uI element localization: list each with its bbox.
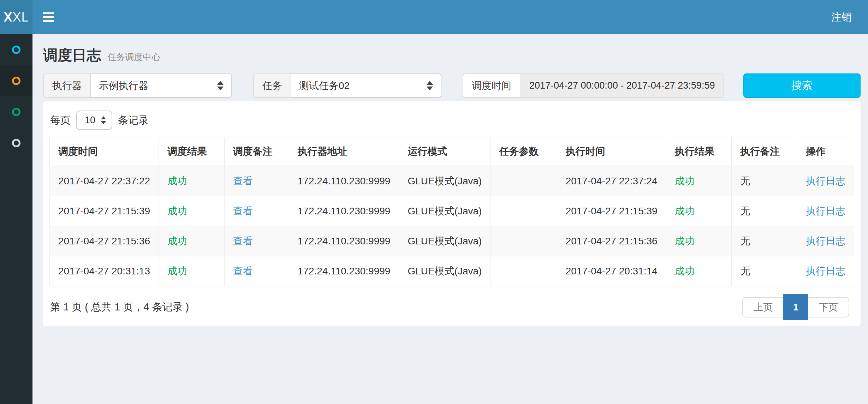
select-arrows-icon <box>217 81 224 90</box>
pagination-row: 第 1 页 ( 总共 1 页，4 条记录 ) 上页 1 下页 <box>49 297 854 317</box>
executor-select[interactable]: 示例执行器 <box>90 73 232 98</box>
cell-exec-remark: 无 <box>732 256 797 286</box>
sidebar-item-menu-3[interactable] <box>0 96 32 127</box>
cell-dispatch-remark: 查看 <box>224 196 289 226</box>
table-row: 2017-04-27 21:15:36 成功 查看 172.24.110.230… <box>50 226 854 256</box>
cell-dispatch-time: 2017-04-27 21:15:36 <box>50 226 159 256</box>
column-header: 操作 <box>797 137 854 166</box>
cell-dispatch-result: 成功 <box>159 166 225 196</box>
circle-outline-icon <box>12 46 20 54</box>
cell-job-param <box>491 196 557 226</box>
cell-exec-result: 成功 <box>666 196 732 226</box>
job-filter-label: 任务 <box>253 73 291 98</box>
log-table: 调度时间调度结果调度备注执行器地址运行模式任务参数执行时间执行结果执行备注操作 … <box>49 137 854 286</box>
job-filter-group: 任务 测试任务02 <box>253 73 441 98</box>
cell-exec-result: 成功 <box>666 226 732 256</box>
column-header: 执行时间 <box>557 137 666 166</box>
column-header: 执行器地址 <box>289 137 399 166</box>
app-logo-text: X <box>4 10 12 25</box>
app-logo[interactable]: XXL <box>0 0 32 34</box>
table-row: 2017-04-27 21:15:39 成功 查看 172.24.110.230… <box>50 196 854 226</box>
cell-run-mode: GLUE模式(Java) <box>399 256 491 286</box>
top-navbar: XXL 注销 <box>0 0 868 34</box>
cell-dispatch-result: 成功 <box>159 226 225 256</box>
column-header: 调度时间 <box>50 137 159 166</box>
sidebar-item-menu-2[interactable] <box>0 65 32 96</box>
sidebar-item-menu-4[interactable] <box>0 127 32 159</box>
cell-dispatch-result: 成功 <box>159 256 225 286</box>
exec-log-link[interactable]: 执行日志 <box>806 176 845 186</box>
executor-filter-label: 执行器 <box>43 73 90 98</box>
circle-outline-icon <box>12 77 20 85</box>
cell-exec-result: 成功 <box>666 256 732 286</box>
cell-dispatch-remark: 查看 <box>224 166 289 196</box>
select-arrows-icon <box>427 81 433 90</box>
pager: 上页 1 下页 <box>742 297 849 317</box>
column-header: 调度备注 <box>224 137 289 166</box>
cell-executor-address: 172.24.110.230:9999 <box>289 196 399 226</box>
executor-filter-group: 执行器 示例执行器 <box>43 73 232 98</box>
cell-action: 执行日志 <box>797 166 854 196</box>
view-remark-link[interactable]: 查看 <box>233 266 253 277</box>
view-remark-link[interactable]: 查看 <box>233 236 253 246</box>
exec-log-link[interactable]: 执行日志 <box>806 206 845 216</box>
column-header: 执行结果 <box>666 137 732 166</box>
column-header: 运行模式 <box>399 137 491 166</box>
page-title: 调度日志 <box>43 47 101 63</box>
log-panel: 每页 10 条记录 调度时间调度结果调度备注执行器地址运行模式任务参数执行时间执… <box>43 101 861 326</box>
log-table-body: 2017-04-27 22:37:22 成功 查看 172.24.110.230… <box>50 166 854 286</box>
sidebar-item-menu-1[interactable] <box>0 34 32 65</box>
job-select[interactable]: 测试任务02 <box>291 73 441 98</box>
page-size-suffix: 条记录 <box>118 113 149 127</box>
cell-action: 执行日志 <box>797 256 854 286</box>
select-arrows-icon <box>101 116 106 124</box>
column-header: 执行备注 <box>732 137 797 166</box>
cell-job-param <box>491 166 557 196</box>
time-filter-group: 调度时间 2017-04-27 00:00:00 - 2017-04-27 23… <box>463 73 724 98</box>
cell-executor-address: 172.24.110.230:9999 <box>289 256 399 286</box>
circle-outline-icon <box>12 139 20 147</box>
cell-dispatch-time: 2017-04-27 20:31:13 <box>50 256 159 286</box>
table-header-row: 调度时间调度结果调度备注执行器地址运行模式任务参数执行时间执行结果执行备注操作 <box>50 137 854 166</box>
prev-page-button[interactable]: 上页 <box>743 298 783 317</box>
view-remark-link[interactable]: 查看 <box>233 206 253 216</box>
page-header: 调度日志 任务调度中心 <box>43 34 861 73</box>
circle-outline-icon <box>12 108 20 116</box>
cell-run-mode: GLUE模式(Java) <box>399 196 491 226</box>
current-page-button[interactable]: 1 <box>783 294 808 320</box>
time-filter-label: 调度时间 <box>463 73 520 98</box>
view-remark-link[interactable]: 查看 <box>233 176 253 186</box>
cell-executor-address: 172.24.110.230:9999 <box>289 166 399 196</box>
filter-bar: 执行器 示例执行器 任务 测试任务02 调度时间 2017-04-27 00:0… <box>43 73 861 98</box>
table-row: 2017-04-27 22:37:22 成功 查看 172.24.110.230… <box>50 166 854 196</box>
exec-log-link[interactable]: 执行日志 <box>806 266 845 277</box>
page-size-row: 每页 10 条记录 <box>50 111 854 130</box>
cell-executor-address: 172.24.110.230:9999 <box>289 226 399 256</box>
column-header: 调度结果 <box>159 137 225 166</box>
cell-dispatch-time: 2017-04-27 21:15:39 <box>50 196 159 226</box>
table-row: 2017-04-27 20:31:13 成功 查看 172.24.110.230… <box>50 256 854 286</box>
cell-exec-time: 2017-04-27 21:15:39 <box>557 196 666 226</box>
logout-link[interactable]: 注销 <box>815 0 868 34</box>
cell-job-param <box>491 226 557 256</box>
cell-run-mode: GLUE模式(Java) <box>399 226 491 256</box>
hamburger-icon <box>43 12 54 14</box>
cell-exec-result: 成功 <box>666 166 732 196</box>
page-size-prefix: 每页 <box>50 113 71 127</box>
next-page-button[interactable]: 下页 <box>808 298 849 317</box>
cell-dispatch-remark: 查看 <box>224 256 289 286</box>
page-size-select[interactable]: 10 <box>76 111 112 130</box>
column-header: 任务参数 <box>491 137 557 166</box>
sidebar-toggle-button[interactable] <box>32 0 64 34</box>
cell-dispatch-result: 成功 <box>159 196 225 226</box>
exec-log-link[interactable]: 执行日志 <box>806 236 845 246</box>
time-range-input[interactable]: 2017-04-27 00:00:00 - 2017-04-27 23:59:5… <box>520 73 724 98</box>
cell-exec-time: 2017-04-27 22:37:24 <box>557 166 666 196</box>
cell-action: 执行日志 <box>797 196 854 226</box>
search-button[interactable]: 搜索 <box>743 73 861 98</box>
cell-exec-remark: 无 <box>732 166 797 196</box>
cell-action: 执行日志 <box>797 226 854 256</box>
cell-exec-remark: 无 <box>732 226 797 256</box>
job-select-value: 测试任务02 <box>299 79 350 93</box>
cell-exec-remark: 无 <box>732 196 797 226</box>
